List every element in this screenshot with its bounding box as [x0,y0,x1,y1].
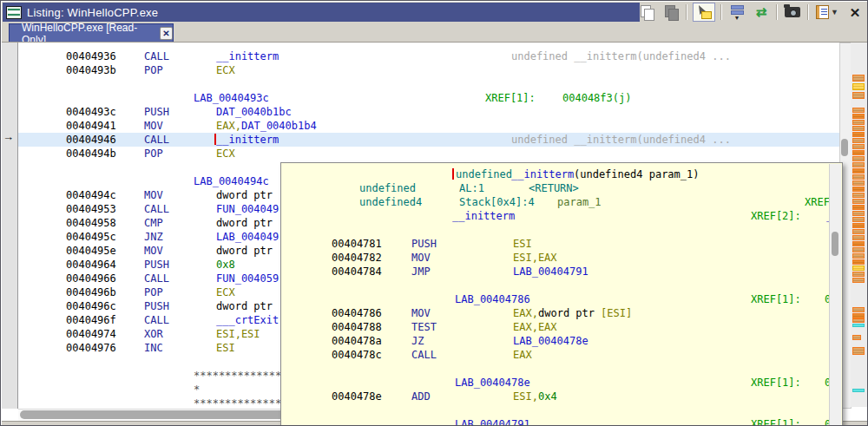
code-token: LAB_00404791 [455,418,530,426]
navigation-marker[interactable] [852,180,865,186]
navigation-marker[interactable] [852,168,865,174]
vertical-scrollbar-thumb[interactable] [841,139,848,156]
navigation-marker[interactable] [852,272,865,277]
code-token: *************** [194,370,287,382]
code-token: FUN_004059 [216,272,279,285]
popup-scrollbar[interactable] [829,164,841,426]
code-token: (undefined4 param_1) [574,168,700,180]
code-token: ECX [216,64,235,76]
navigation-marker[interactable] [852,347,865,355]
navigation-marker[interactable] [852,126,865,131]
navigation-marker[interactable] [852,211,865,216]
navigation-marker[interactable] [852,156,865,161]
code-token: 0040478e [332,390,382,403]
code-token: 00404782 [332,252,382,264]
code-token: dword ptr [216,189,273,201]
listing-line[interactable]: 0040493cPUSHDAT_0040b1bc [1,105,839,119]
listing-line[interactable]: 0040494bPOPECX [1,147,839,161]
current-line-arrow-icon: → [3,130,18,143]
navigation-marker[interactable] [852,144,865,149]
navigation-marker[interactable] [852,162,865,167]
code-token: * [194,383,200,396]
code-token: XOR [144,328,163,340]
code-token: XREF[2]: [751,210,801,222]
code-token: 00404958 [66,217,116,229]
navigation-marker[interactable] [852,92,865,99]
navigation-marker[interactable] [852,265,865,271]
navigation-marker[interactable] [852,324,865,327]
navigation-marker[interactable] [852,150,865,155]
navigation-marker[interactable] [852,241,865,246]
code-token: DAT_0040b1b4 [241,120,317,132]
code-token: ADD [411,390,431,403]
navigation-marker[interactable] [852,174,865,180]
code-token: 0040495c [66,231,116,243]
code-token: MOV [144,189,163,201]
navigation-marker[interactable] [852,193,865,198]
code-token: JMP [411,265,431,278]
listing-line[interactable]: 0040493bPOPECX [1,63,839,77]
code-token: 00404936 [66,50,116,62]
navigation-marker[interactable] [852,205,865,210]
code-token: 0040496b [66,286,116,298]
code-token: __initterm [452,210,515,222]
navigation-marker[interactable] [852,235,865,240]
navigation-marker[interactable] [852,217,865,222]
listing-line[interactable]: 00404936CALL__inittermundefined __initte… [1,49,839,63]
code-token: AL:1 [459,182,484,194]
code-token: 00404976 [66,342,116,354]
navigation-marker[interactable] [852,83,865,90]
close-icon[interactable]: ✕ [845,3,865,21]
navigation-marker[interactable] [852,335,861,340]
navigation-marker[interactable] [852,187,865,192]
code-token: ESI, [513,390,538,403]
code-token: FUN_004049 [216,203,279,215]
code-token: 0040495e [66,245,116,257]
popup-disassembly: undefined__initterm(undefined4 param_1)u… [281,163,842,426]
code-token: ___crtExit [216,314,279,326]
navigation-marker[interactable] [852,278,865,283]
navigation-marker[interactable] [852,120,865,125]
listing-line[interactable]: 00404941MOVEAX,DAT_0040b1b4 [1,119,839,133]
listing-line[interactable]: 00404946CALL__inittermundefined __initte… [1,133,839,147]
listing-line: undefinedAL:1<RETURN> [281,181,842,195]
code-token: POP [144,286,163,298]
code-token: LAB_0040494c [194,175,269,187]
navigation-marker[interactable] [852,307,865,312]
listing-line: 00404781PUSHESI [281,237,842,251]
listing-line: 0040478cCALLEAX [281,348,842,362]
listing-line: LAB_00404791XREF[1]:0 [281,417,842,426]
code-token: 0x4 [538,390,557,403]
code-token: CALL [144,203,169,215]
navigation-marker[interactable] [852,108,865,113]
listing-line: __inittermXREF[2]:_ [281,209,842,223]
navigation-marker[interactable] [852,138,865,143]
navigation-marker[interactable] [852,199,865,204]
navigation-marker[interactable] [852,253,865,259]
code-token: 0040493b [66,64,116,76]
code-token: EAX, [216,120,241,132]
navigation-marker[interactable] [852,389,865,392]
listing-line: 0040478eADDESI,0x4 [281,390,842,403]
code-token: DAT_0040b1bc [216,106,292,118]
navigation-marker[interactable] [852,318,865,323]
navigation-marker[interactable] [852,229,865,234]
popup-scrollbar-thumb[interactable] [832,232,838,256]
code-token: dword ptr [216,217,273,229]
navigation-marker[interactable] [852,132,865,137]
navigation-marker[interactable] [852,75,865,82]
code-token: MOV [411,307,431,319]
navigation-marker[interactable] [852,223,865,228]
code-token: CALL [144,272,169,285]
listing-line: LAB_0040478eXREF[1]:0 [281,376,842,390]
listing-line[interactable]: LAB_0040493cXREF[1]:004048f3(j) [1,91,839,105]
code-token: LAB_0040493c [194,92,269,104]
code-token: 0040478a [332,335,382,347]
navigation-marker-margin[interactable] [851,43,867,407]
listing-line: 00404784JMPLAB_00404791 [281,265,842,279]
navigation-marker[interactable] [852,114,865,119]
code-token: JZ [411,335,424,347]
navigation-marker[interactable] [852,259,865,265]
navigation-marker[interactable] [852,247,865,252]
code-token: INC [144,342,163,354]
